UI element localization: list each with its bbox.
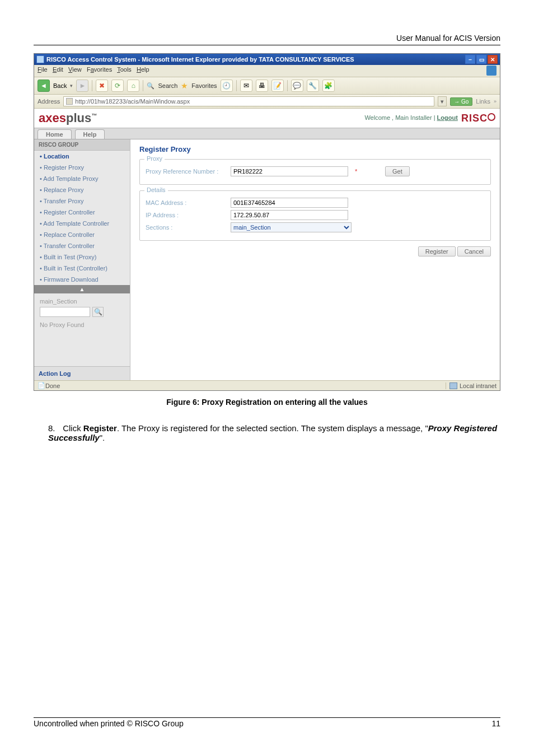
back-label: Back <box>53 82 67 89</box>
step-8: 8. Click Register. The Proxy is register… <box>48 423 500 442</box>
cancel-button[interactable]: Cancel <box>457 246 491 256</box>
sections-select[interactable]: main_Section <box>231 222 352 232</box>
footer-left: Uncontrolled when printed © RISCO Group <box>34 719 184 728</box>
required-star: * <box>355 168 360 175</box>
edit-button[interactable]: 📝 <box>271 80 284 92</box>
mail-button[interactable]: ✉ <box>240 80 252 92</box>
research-button[interactable]: 🔧 <box>307 80 319 92</box>
menu-view[interactable]: View <box>68 66 82 73</box>
menu-help[interactable]: Help <box>137 66 149 73</box>
status-page-icon: 📄 <box>38 382 45 389</box>
sidebar-search-input[interactable] <box>40 307 90 317</box>
tab-home[interactable]: Home <box>38 129 72 139</box>
ip-input[interactable] <box>231 210 348 220</box>
mac-label: MAC Address : <box>146 199 224 206</box>
sidebar-item-replace-proxy[interactable]: • Replace Proxy <box>34 184 130 195</box>
proxy-legend: Proxy <box>144 155 165 162</box>
sidebar-group-header: RISCO GROUP <box>34 139 130 151</box>
logout-link[interactable]: Logout <box>437 114 458 121</box>
favorites-star-icon: ★ <box>181 81 188 90</box>
register-button[interactable]: Register <box>418 246 456 256</box>
page-icon <box>66 98 73 105</box>
address-bar: Address http://01hw182233/acis/MainWindo… <box>34 95 500 109</box>
search-label[interactable]: Search <box>158 82 177 89</box>
menu-file[interactable]: File <box>38 66 48 73</box>
screenshot-figure: RISCO Access Control System - Microsoft … <box>34 53 500 391</box>
sidebar-item-location[interactable]: • Location <box>34 151 130 162</box>
sections-label: Sections : <box>146 224 224 231</box>
close-button[interactable]: ✕ <box>488 55 498 64</box>
messenger-button[interactable]: 🧩 <box>322 80 335 92</box>
tab-help[interactable]: Help <box>75 129 105 139</box>
get-button[interactable]: Get <box>385 166 410 176</box>
refresh-button[interactable]: ⟳ <box>111 80 124 92</box>
figure-caption: Figure 6: Proxy Registration on entering… <box>34 398 500 407</box>
status-zone: Local intranet <box>446 382 496 389</box>
address-dropdown[interactable]: ▾ <box>438 96 447 106</box>
sidebar-no-proxy: No Proxy Found <box>40 321 124 328</box>
address-label: Address <box>38 98 60 105</box>
go-button[interactable]: → Go <box>450 97 472 106</box>
sidebar-search: main_Section 🔍 No Proxy Found <box>34 293 130 333</box>
links-label[interactable]: Links <box>476 98 490 105</box>
window-title: RISCO Access Control System - Microsoft … <box>46 56 465 63</box>
footer-right: 11 <box>491 719 500 728</box>
sidebar-item-firmware-download[interactable]: • Firmware Download <box>34 274 130 285</box>
tab-bar: Home Help <box>34 128 500 139</box>
status-bar: 📄 Done Local intranet <box>34 380 500 390</box>
history-button[interactable]: 🕘 <box>221 80 233 92</box>
ip-label: IP Address : <box>146 212 224 218</box>
brand-bar: axesplus™ Welcome , Main Installer | Log… <box>34 109 500 128</box>
page-header: User Manual for ACIS Version <box>34 34 500 45</box>
status-done: Done <box>45 382 60 389</box>
sidebar-collapse-arrow[interactable]: ▲ <box>34 285 130 293</box>
content-title: Register Proxy <box>139 145 491 153</box>
ie-app-icon <box>36 55 44 63</box>
back-button[interactable]: ◄ <box>38 80 50 92</box>
menu-edit[interactable]: Edit <box>53 66 63 73</box>
address-input[interactable]: http://01hw182233/acis/MainWindow.aspx <box>63 96 434 106</box>
sidebar-item-register-proxy[interactable]: • Register Proxy <box>34 162 130 173</box>
details-legend: Details <box>144 186 168 193</box>
proxy-ref-input[interactable] <box>231 166 348 176</box>
url-text: http://01hw182233/acis/MainWindow.aspx <box>75 98 190 105</box>
sidebar-search-button[interactable]: 🔍 <box>92 307 104 317</box>
proxy-fieldset: Proxy Proxy Reference Number : * Get <box>139 159 491 185</box>
status-zone-text: Local intranet <box>460 382 496 389</box>
mac-input[interactable] <box>231 198 348 208</box>
browser-toolbar: ◄ Back ▾ ► ✖ ⟳ ⌂ 🔍 Search ★ Favorites 🕘 … <box>34 77 500 95</box>
sidebar-item-transfer-controller[interactable]: • Transfer Controller <box>34 240 130 251</box>
maximize-button[interactable]: ▭ <box>476 55 486 64</box>
menu-favorites[interactable]: Favorites <box>87 66 112 73</box>
intranet-icon <box>449 382 457 389</box>
sidebar-item-bit-controller[interactable]: • Built in Test (Controller) <box>34 263 130 274</box>
menu-tools[interactable]: Tools <box>117 66 132 73</box>
home-button[interactable]: ⌂ <box>127 80 139 92</box>
window-titlebar: RISCO Access Control System - Microsoft … <box>34 54 500 65</box>
sidebar-item-register-controller[interactable]: • Register Controller <box>34 207 130 218</box>
print-button[interactable]: 🖶 <box>256 80 268 92</box>
details-fieldset: Details MAC Address : IP Address : Secti… <box>139 190 491 241</box>
sidebar: RISCO GROUP • Location • Register Proxy … <box>34 139 130 380</box>
minimize-button[interactable]: – <box>465 55 475 64</box>
proxy-ref-label: Proxy Reference Number : <box>146 168 224 175</box>
brand-right: Welcome , Main Installer | Logout RISC <box>364 112 495 124</box>
stop-button[interactable]: ✖ <box>96 80 108 92</box>
sidebar-item-replace-controller[interactable]: • Replace Controller <box>34 229 130 240</box>
forward-button[interactable]: ► <box>76 80 88 92</box>
ie-logo-icon <box>486 66 496 76</box>
page-footer: Uncontrolled when printed © RISCO Group … <box>34 717 500 728</box>
risco-at-icon <box>488 113 495 121</box>
sidebar-item-bit-proxy[interactable]: • Built in Test (Proxy) <box>34 251 130 263</box>
content-pane: Register Proxy Proxy Proxy Reference Num… <box>130 139 500 380</box>
discuss-button[interactable]: 💬 <box>291 80 303 92</box>
menu-bar: File Edit View Favorites Tools Help <box>34 65 500 77</box>
sidebar-item-transfer-proxy[interactable]: • Transfer Proxy <box>34 195 130 207</box>
sidebar-item-add-template-controller[interactable]: • Add Template Controller <box>34 218 130 229</box>
sidebar-item-add-template-proxy[interactable]: • Add Template Proxy <box>34 173 130 184</box>
sidebar-action-log[interactable]: Action Log <box>34 366 130 380</box>
favorites-label[interactable]: Favorites <box>191 82 217 89</box>
sidebar-search-label: main_Section <box>40 298 124 305</box>
brand-logo: axesplus™ <box>39 111 97 125</box>
